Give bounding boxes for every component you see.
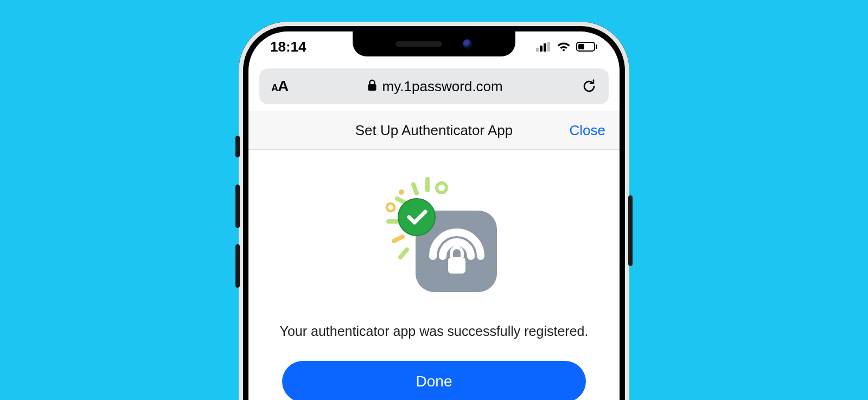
svg-point-16 (399, 189, 404, 195)
cellular-signal-icon (536, 42, 551, 52)
volume-up-button (235, 185, 240, 228)
success-message: Your authenticator app was successfully … (270, 323, 598, 339)
svg-rect-0 (536, 48, 539, 52)
svg-line-13 (400, 250, 407, 257)
phone-frame: 18:14 (239, 22, 629, 400)
svg-point-15 (387, 204, 394, 211)
done-button[interactable]: Done (282, 361, 586, 400)
svg-rect-6 (596, 45, 597, 49)
svg-rect-5 (578, 44, 584, 49)
svg-line-10 (397, 199, 406, 203)
front-camera (463, 39, 473, 49)
volume-down-button (235, 244, 240, 288)
svg-rect-1 (540, 46, 542, 52)
text-size-button[interactable]: AA (271, 78, 288, 95)
svg-line-12 (394, 237, 403, 241)
lock-icon (367, 78, 377, 95)
modal-title: Set Up Authenticator App (355, 122, 513, 139)
svg-rect-7 (368, 84, 376, 91)
svg-line-8 (413, 185, 417, 193)
wifi-icon (557, 41, 571, 52)
success-illustration (363, 172, 505, 313)
phone-screen: 18:14 (248, 31, 620, 400)
svg-rect-3 (547, 42, 550, 52)
modal-content: Your authenticator app was successfully … (248, 150, 620, 400)
browser-url-bar[interactable]: AA my.1password.com (259, 68, 609, 104)
svg-point-14 (437, 183, 446, 193)
status-time: 18:14 (270, 39, 307, 55)
modal-header: Set Up Authenticator App Close (248, 111, 620, 150)
url-text: my.1password.com (382, 78, 503, 95)
reload-button[interactable] (582, 78, 597, 94)
device-notch (353, 31, 515, 56)
battery-icon (576, 42, 598, 52)
mute-switch (235, 136, 240, 157)
power-button (628, 195, 633, 266)
speaker-grille (395, 41, 442, 47)
svg-rect-2 (544, 43, 546, 52)
svg-rect-18 (448, 257, 465, 274)
close-button[interactable]: Close (570, 122, 605, 139)
